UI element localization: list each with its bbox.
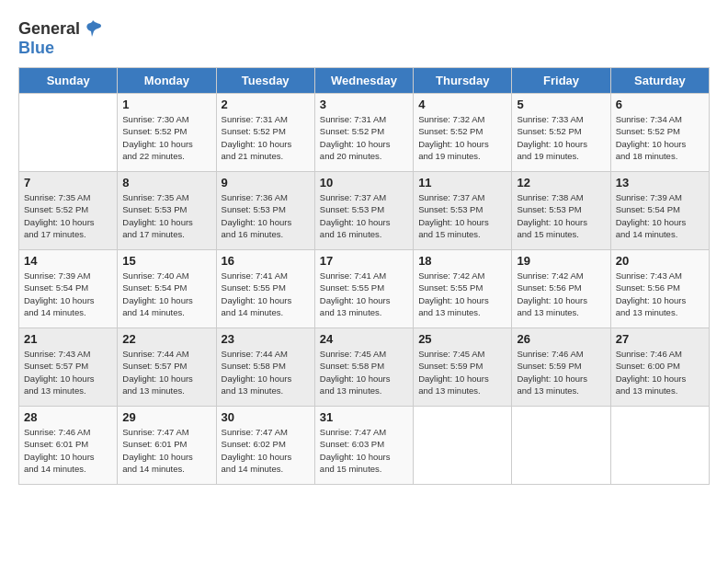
calendar-cell (512, 407, 610, 485)
day-info: Sunrise: 7:44 AM Sunset: 5:57 PM Dayligh… (122, 348, 210, 396)
day-info: Sunrise: 7:45 AM Sunset: 5:58 PM Dayligh… (320, 348, 408, 396)
calendar-week-row: 1Sunrise: 7:30 AM Sunset: 5:52 PM Daylig… (19, 94, 710, 172)
day-number: 11 (418, 176, 506, 190)
calendar-cell (610, 407, 709, 485)
calendar-cell: 13Sunrise: 7:39 AM Sunset: 5:54 PM Dayli… (610, 172, 709, 250)
calendar-cell: 12Sunrise: 7:38 AM Sunset: 5:53 PM Dayli… (512, 172, 610, 250)
day-info: Sunrise: 7:42 AM Sunset: 5:55 PM Dayligh… (418, 270, 506, 318)
day-info: Sunrise: 7:43 AM Sunset: 5:56 PM Dayligh… (616, 270, 704, 318)
day-number: 5 (517, 98, 605, 111)
day-info: Sunrise: 7:31 AM Sunset: 5:52 PM Dayligh… (320, 113, 408, 162)
calendar-cell: 9Sunrise: 7:36 AM Sunset: 5:53 PM Daylig… (216, 172, 314, 250)
header-sunday: Sunday (19, 68, 118, 94)
day-number: 22 (122, 332, 210, 346)
logo-blue: Blue (18, 39, 54, 58)
day-info: Sunrise: 7:39 AM Sunset: 5:54 PM Dayligh… (24, 270, 112, 318)
calendar-cell: 25Sunrise: 7:45 AM Sunset: 5:59 PM Dayli… (414, 328, 512, 407)
day-number: 10 (320, 176, 408, 190)
day-number: 17 (320, 254, 408, 268)
day-number: 28 (24, 410, 112, 424)
day-info: Sunrise: 7:35 AM Sunset: 5:53 PM Dayligh… (122, 191, 210, 240)
day-info: Sunrise: 7:46 AM Sunset: 5:59 PM Dayligh… (517, 348, 605, 396)
calendar-cell: 29Sunrise: 7:47 AM Sunset: 6:01 PM Dayli… (118, 407, 216, 485)
calendar-cell: 24Sunrise: 7:45 AM Sunset: 5:58 PM Dayli… (314, 328, 413, 407)
day-number: 15 (122, 254, 210, 268)
day-info: Sunrise: 7:45 AM Sunset: 5:59 PM Dayligh… (418, 348, 506, 396)
calendar-cell: 30Sunrise: 7:47 AM Sunset: 6:02 PM Dayli… (216, 407, 314, 485)
day-info: Sunrise: 7:41 AM Sunset: 5:55 PM Dayligh… (222, 270, 310, 318)
calendar-cell: 4Sunrise: 7:32 AM Sunset: 5:52 PM Daylig… (414, 94, 512, 172)
calendar-cell: 15Sunrise: 7:40 AM Sunset: 5:54 PM Dayli… (118, 250, 216, 328)
day-number: 27 (616, 332, 704, 346)
calendar-cell (19, 94, 118, 172)
day-info: Sunrise: 7:40 AM Sunset: 5:54 PM Dayligh… (122, 270, 210, 318)
day-info: Sunrise: 7:43 AM Sunset: 5:57 PM Dayligh… (24, 348, 112, 396)
day-number: 9 (222, 176, 310, 190)
day-number: 13 (616, 176, 704, 190)
calendar-cell: 23Sunrise: 7:44 AM Sunset: 5:58 PM Dayli… (216, 328, 314, 407)
day-info: Sunrise: 7:37 AM Sunset: 5:53 PM Dayligh… (418, 191, 506, 240)
day-number: 19 (517, 254, 605, 268)
calendar-cell: 31Sunrise: 7:47 AM Sunset: 6:03 PM Dayli… (314, 407, 413, 485)
day-number: 3 (320, 98, 408, 111)
day-info: Sunrise: 7:47 AM Sunset: 6:01 PM Dayligh… (122, 426, 210, 475)
calendar-week-row: 28Sunrise: 7:46 AM Sunset: 6:01 PM Dayli… (19, 407, 710, 485)
day-info: Sunrise: 7:41 AM Sunset: 5:55 PM Dayligh… (320, 270, 408, 318)
calendar-cell: 26Sunrise: 7:46 AM Sunset: 5:59 PM Dayli… (512, 328, 610, 407)
calendar-cell: 16Sunrise: 7:41 AM Sunset: 5:55 PM Dayli… (216, 250, 314, 328)
calendar-cell: 3Sunrise: 7:31 AM Sunset: 5:52 PM Daylig… (314, 94, 413, 172)
header-wednesday: Wednesday (314, 68, 413, 94)
logo-bird-icon (83, 18, 103, 39)
day-info: Sunrise: 7:47 AM Sunset: 6:03 PM Dayligh… (320, 426, 408, 475)
calendar-cell: 8Sunrise: 7:35 AM Sunset: 5:53 PM Daylig… (118, 172, 216, 250)
calendar-cell: 14Sunrise: 7:39 AM Sunset: 5:54 PM Dayli… (19, 250, 118, 328)
day-info: Sunrise: 7:46 AM Sunset: 6:01 PM Dayligh… (24, 426, 112, 475)
header-tuesday: Tuesday (216, 68, 314, 94)
day-info: Sunrise: 7:33 AM Sunset: 5:52 PM Dayligh… (517, 113, 605, 162)
calendar-week-row: 7Sunrise: 7:35 AM Sunset: 5:52 PM Daylig… (19, 172, 710, 250)
day-number: 18 (418, 254, 506, 268)
calendar-header-row: SundayMondayTuesdayWednesdayThursdayFrid… (19, 68, 710, 94)
day-number: 30 (222, 410, 310, 424)
calendar-week-row: 14Sunrise: 7:39 AM Sunset: 5:54 PM Dayli… (19, 250, 710, 328)
day-number: 14 (24, 254, 112, 268)
calendar-cell: 7Sunrise: 7:35 AM Sunset: 5:52 PM Daylig… (19, 172, 118, 250)
day-number: 1 (122, 98, 210, 111)
day-number: 31 (320, 410, 408, 424)
calendar-cell: 17Sunrise: 7:41 AM Sunset: 5:55 PM Dayli… (314, 250, 413, 328)
day-number: 29 (122, 410, 210, 424)
calendar-cell: 21Sunrise: 7:43 AM Sunset: 5:57 PM Dayli… (19, 328, 118, 407)
day-info: Sunrise: 7:42 AM Sunset: 5:56 PM Dayligh… (517, 270, 605, 318)
logo: General Blue (18, 18, 103, 58)
header-thursday: Thursday (414, 68, 512, 94)
day-number: 4 (418, 98, 506, 111)
day-number: 6 (616, 98, 704, 111)
page-header: General Blue (18, 18, 710, 58)
day-number: 16 (222, 254, 310, 268)
calendar-table: SundayMondayTuesdayWednesdayThursdayFrid… (18, 67, 710, 485)
day-number: 26 (517, 332, 605, 346)
day-info: Sunrise: 7:44 AM Sunset: 5:58 PM Dayligh… (222, 348, 310, 396)
calendar-cell: 6Sunrise: 7:34 AM Sunset: 5:52 PM Daylig… (610, 94, 709, 172)
calendar-cell: 11Sunrise: 7:37 AM Sunset: 5:53 PM Dayli… (414, 172, 512, 250)
calendar-cell: 22Sunrise: 7:44 AM Sunset: 5:57 PM Dayli… (118, 328, 216, 407)
calendar-cell: 28Sunrise: 7:46 AM Sunset: 6:01 PM Dayli… (19, 407, 118, 485)
day-number: 2 (222, 98, 310, 111)
day-info: Sunrise: 7:46 AM Sunset: 6:00 PM Dayligh… (616, 348, 704, 396)
calendar-cell: 20Sunrise: 7:43 AM Sunset: 5:56 PM Dayli… (610, 250, 709, 328)
day-number: 25 (418, 332, 506, 346)
day-number: 20 (616, 254, 704, 268)
calendar-cell: 27Sunrise: 7:46 AM Sunset: 6:00 PM Dayli… (610, 328, 709, 407)
calendar-cell (414, 407, 512, 485)
day-number: 8 (122, 176, 210, 190)
day-info: Sunrise: 7:47 AM Sunset: 6:02 PM Dayligh… (222, 426, 310, 475)
calendar-cell: 5Sunrise: 7:33 AM Sunset: 5:52 PM Daylig… (512, 94, 610, 172)
day-number: 12 (517, 176, 605, 190)
logo-general: General (18, 19, 80, 39)
header-friday: Friday (512, 68, 610, 94)
day-number: 7 (24, 176, 112, 190)
calendar-week-row: 21Sunrise: 7:43 AM Sunset: 5:57 PM Dayli… (19, 328, 710, 407)
day-info: Sunrise: 7:32 AM Sunset: 5:52 PM Dayligh… (418, 113, 506, 162)
day-info: Sunrise: 7:35 AM Sunset: 5:52 PM Dayligh… (24, 191, 112, 240)
day-info: Sunrise: 7:39 AM Sunset: 5:54 PM Dayligh… (616, 191, 704, 240)
